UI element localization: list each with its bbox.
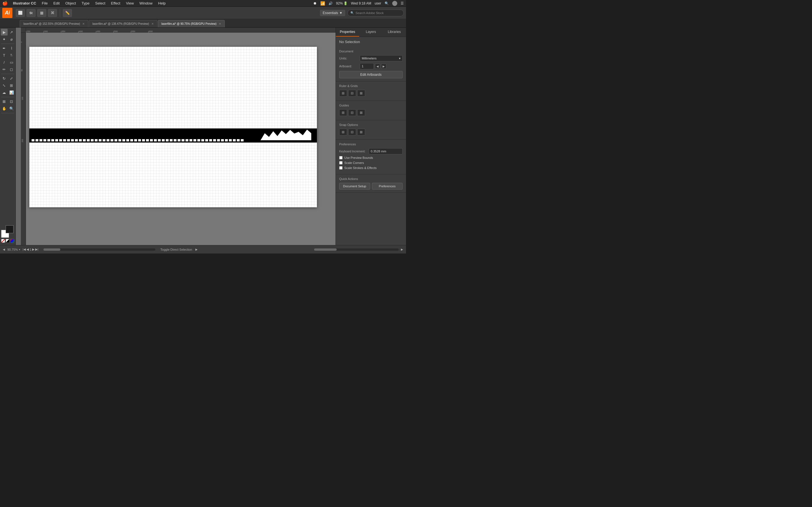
tab-1[interactable]: laserfilm.ai* @ 152.55% (RGB/GPU Preview… — [20, 20, 88, 27]
tab-2-label: laserfilm.ai* @ 138.47% (RGB/GPU Preview… — [93, 22, 149, 25]
menu-select[interactable]: Select — [93, 1, 107, 6]
search-icon[interactable]: 🔍 — [385, 1, 389, 5]
film-dash — [79, 139, 82, 142]
tab-1-close[interactable]: ✕ — [82, 22, 85, 25]
color-btn[interactable] — [10, 239, 14, 243]
color-swatches — [1, 225, 13, 238]
line-tool[interactable]: / — [1, 59, 8, 66]
list-icon[interactable]: ☰ — [401, 1, 404, 5]
zoom-value[interactable]: 90.75% — [7, 248, 18, 251]
snap-icon-2[interactable]: ⊟ — [348, 129, 356, 135]
menu-view[interactable]: View — [124, 1, 136, 6]
pencil-tool[interactable]: ✏ — [1, 66, 8, 73]
film-dash — [193, 139, 196, 142]
canvas-container[interactable]: 250 300 350 400 450 500 550 600 0 50 100… — [16, 27, 336, 245]
eraser-tool[interactable]: ◻ — [8, 66, 15, 73]
ruler-icon-2[interactable]: ⊟ — [348, 90, 356, 97]
touch-type-tool[interactable]: Tᵢ — [8, 52, 15, 59]
scroll-thumb[interactable] — [43, 248, 60, 251]
text-tool[interactable]: T — [1, 52, 8, 59]
artboard-value[interactable]: 1 — [360, 63, 374, 69]
units-chevron: ▾ — [399, 57, 401, 60]
keyboard-increment-value[interactable]: 0.3528 mm — [369, 148, 403, 154]
tab-3[interactable]: laserfilm.ai* @ 90.75% (RGB/GPU Preview)… — [158, 20, 225, 27]
ruler-icon-3[interactable]: ⊠ — [357, 90, 365, 97]
film-dash — [142, 139, 145, 142]
menu-file[interactable]: File — [40, 1, 50, 6]
panel-tab-layers[interactable]: Layers — [359, 27, 383, 37]
arrange-btn[interactable]: ⌘ — [48, 9, 57, 17]
artboard-tool[interactable]: ⊠ — [1, 98, 8, 105]
menu-edit[interactable]: Edit — [51, 1, 62, 6]
app-name[interactable]: Illustrator CC — [11, 1, 38, 6]
lasso-tool[interactable]: ⌀ — [8, 36, 15, 43]
rotate-tool[interactable]: ↻ — [1, 75, 8, 82]
artboard-prev[interactable]: ◀ — [375, 64, 380, 69]
statusbar: ◀ 90.75% ▾ |◀ ◀ 1 ▶ ▶| Toggle Direct Sel… — [0, 245, 406, 253]
menu-help[interactable]: Help — [156, 1, 168, 6]
scale-tool[interactable]: ⤢ — [8, 75, 15, 82]
reshape-tool[interactable]: ⤡ — [1, 82, 8, 89]
panel-tab-properties[interactable]: Properties — [336, 27, 359, 37]
page-first-btn[interactable]: |◀ — [22, 247, 26, 251]
username: user — [375, 1, 381, 5]
scale-strokes-checkbox[interactable] — [339, 166, 343, 170]
column-graph-tool[interactable]: 📊 — [8, 89, 15, 96]
canvas-area[interactable]: 0 50 100 200 — [21, 33, 336, 245]
paintbrush-btn[interactable]: ✏️ — [63, 9, 72, 17]
guides-icon-3[interactable]: ⊠ — [357, 109, 365, 116]
shape-tool[interactable]: ▭ — [8, 59, 15, 66]
panel-tab-libraries[interactable]: Libraries — [383, 27, 406, 37]
none-btn[interactable] — [1, 239, 5, 243]
symbol-btn[interactable]: St — [27, 9, 36, 17]
scroll-area[interactable] — [43, 248, 155, 251]
document-setup-btn[interactable]: Document Setup — [339, 183, 370, 189]
snap-icon-3[interactable]: ⊠ — [357, 129, 365, 135]
essentials-btn[interactable]: Essentials ▼ — [320, 10, 345, 16]
guides-icon-2[interactable]: ⊟ — [348, 109, 356, 116]
magic-wand-tool[interactable]: ✦ — [1, 36, 8, 43]
direct-selection-tool[interactable]: ↗ — [8, 29, 15, 36]
menu-window[interactable]: Window — [137, 1, 155, 6]
selection-tool[interactable]: ▶ — [1, 29, 8, 36]
hand-tool[interactable]: ✋ — [1, 105, 8, 112]
scale-corners-checkbox[interactable] — [339, 161, 343, 165]
new-document-btn[interactable]: ⬜ — [16, 9, 25, 17]
edit-artboards-btn[interactable]: Edit Artboards — [339, 71, 403, 78]
preferences-btn[interactable]: Preferences — [372, 183, 403, 189]
zoom-collapse-icon[interactable]: ◀ — [3, 248, 5, 251]
page-number[interactable]: 1 — [30, 248, 31, 251]
artboard-next[interactable]: ▶ — [381, 64, 386, 69]
apple-menu[interactable]: 🍎 — [2, 1, 8, 6]
slice-tool[interactable]: ⊡ — [8, 98, 15, 105]
symbol-sprayer-tool[interactable]: ☁ — [1, 89, 8, 96]
menu-type[interactable]: Type — [79, 1, 92, 6]
foreground-swatch[interactable] — [6, 225, 13, 233]
pen-tool[interactable]: ✒ — [1, 45, 8, 52]
units-row: Units: Millimeters ▾ — [339, 55, 403, 61]
page-prev-btn[interactable]: ◀ — [27, 247, 29, 251]
guides-icon-1[interactable]: ⊞ — [339, 109, 347, 116]
tab-2-close[interactable]: ✕ — [151, 22, 154, 25]
film-dash — [146, 139, 149, 142]
page-last-btn[interactable]: ▶| — [35, 247, 38, 251]
tab-3-close[interactable]: ✕ — [219, 22, 221, 25]
zoom-tool[interactable]: 🔍 — [8, 105, 15, 112]
page-next-btn[interactable]: ▶ — [32, 247, 35, 251]
menu-object[interactable]: Object — [63, 1, 79, 6]
ruler-icon-1[interactable]: ⊞ — [339, 90, 347, 97]
scroll-right-icon[interactable]: ▶ — [401, 248, 403, 251]
menu-effect[interactable]: Effect — [109, 1, 123, 6]
view-toggle-btn[interactable]: ▦ — [37, 9, 46, 17]
separator-1 — [60, 9, 60, 17]
zoom-chevron[interactable]: ▾ — [19, 248, 20, 251]
tab-2[interactable]: laserfilm.ai* @ 138.47% (RGB/GPU Preview… — [89, 20, 157, 27]
expand-icon[interactable]: ▶ — [195, 248, 198, 251]
transform-tool[interactable]: ⊞ — [8, 82, 15, 89]
units-dropdown[interactable]: Millimeters ▾ — [360, 55, 403, 61]
curvature-tool[interactable]: ⌇ — [8, 45, 15, 52]
stock-search[interactable]: 🔍 Search Adobe Stock — [347, 10, 404, 16]
black-white-btn[interactable] — [6, 239, 10, 243]
snap-icon-1[interactable]: ⊞ — [339, 129, 347, 135]
use-preview-bounds-checkbox[interactable] — [339, 156, 343, 159]
